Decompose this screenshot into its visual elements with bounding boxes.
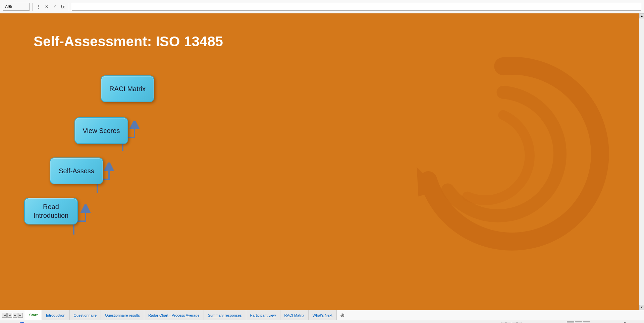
tab-participant-view-label: Participant view <box>250 313 276 317</box>
tab-nav-last[interactable]: ►| <box>18 313 23 318</box>
hscroll-left-first[interactable]: |◄ <box>501 322 506 323</box>
read-introduction-label: ReadIntroduction <box>34 202 69 220</box>
tab-summary-responses[interactable]: Summary responses <box>204 310 246 320</box>
tab-nav-first[interactable]: |◄ <box>2 313 7 318</box>
tab-introduction[interactable]: Introduction <box>42 310 69 320</box>
page-title: Self-Assessment: ISO 13485 <box>34 34 223 50</box>
self-assess-button[interactable]: Self-Assess <box>50 157 103 184</box>
scroll-up-button[interactable]: ▲ <box>639 13 644 18</box>
confirm-icon[interactable]: ✓ <box>51 3 58 10</box>
tab-start-label: Start <box>29 313 38 317</box>
excel-toolbar: A95 ⋮ ✕ ✓ fx <box>0 0 644 13</box>
cancel-icon[interactable]: ✕ <box>43 3 50 10</box>
formula-bar[interactable] <box>72 3 641 11</box>
tab-raci-matrix[interactable]: RACI Matrix <box>280 310 309 320</box>
tab-navigation: |◄ ◄ ► ►| <box>0 310 25 320</box>
add-sheet-button[interactable]: ⊕ <box>337 310 348 320</box>
tab-nav-next[interactable]: ► <box>13 313 17 318</box>
tab-radar-chart[interactable]: Radar Chart - Process Average <box>144 310 204 320</box>
tab-summary-responses-label: Summary responses <box>208 313 242 317</box>
cell-ref-value: A95 <box>5 4 12 9</box>
view-scores-button[interactable]: View Scores <box>74 117 128 144</box>
tab-whats-next[interactable]: What's Next <box>309 310 337 320</box>
sheet-tabs-bar: |◄ ◄ ► ►| Start Introduction Questionnai… <box>0 310 644 320</box>
tab-questionnaire-results-label: Questionnaire results <box>105 313 140 317</box>
main-content-area: Self-Assessment: ISO 13485 RACI Matrix <box>0 13 644 310</box>
horizontal-scroll: |◄ ◄ ► ►| <box>501 322 522 323</box>
hscroll-right-last[interactable]: ►| <box>517 322 522 323</box>
tab-start[interactable]: Start <box>25 310 42 320</box>
raci-matrix-button[interactable]: RACI Matrix <box>101 75 154 102</box>
scroll-track <box>639 18 644 305</box>
hscroll-right[interactable]: ► <box>512 322 517 323</box>
view-scores-label: View Scores <box>83 127 120 135</box>
normal-view-button[interactable]: ▦ <box>567 321 574 323</box>
tab-whats-next-label: What's Next <box>313 313 332 317</box>
raci-matrix-label: RACI Matrix <box>109 85 146 93</box>
formula-icon[interactable]: fx <box>59 3 66 10</box>
tab-nav-prev[interactable]: ◄ <box>7 313 12 318</box>
page-layout-button[interactable]: ▤ <box>575 321 582 323</box>
tab-raci-matrix-label: RACI Matrix <box>284 313 304 317</box>
read-introduction-button[interactable]: ReadIntroduction <box>24 198 78 224</box>
status-bar: Ready | ♿ Accessibility: Investigate |◄ … <box>0 320 644 323</box>
cell-reference-box[interactable]: A95 <box>3 3 30 11</box>
hscroll-left[interactable]: ◄ <box>506 322 511 323</box>
toolbar-separator-2 <box>69 3 69 11</box>
page-break-view-button[interactable]: ▥ <box>583 321 590 323</box>
tab-questionnaire-results[interactable]: Questionnaire results <box>101 310 144 320</box>
more-options-icon[interactable]: ⋮ <box>35 3 42 10</box>
tab-introduction-label: Introduction <box>46 313 65 317</box>
tab-participant-view[interactable]: Participant view <box>246 310 280 320</box>
self-assess-label: Self-Assess <box>59 167 94 175</box>
scroll-down-button[interactable]: ▼ <box>639 305 644 310</box>
tab-questionnaire-label: Questionnaire <box>74 313 97 317</box>
status-bar-right: |◄ ◄ ► ►| | ⚙ Display Settings | ▦ ▤ ▥ |… <box>501 321 641 323</box>
vertical-scrollbar[interactable]: ▲ ▼ <box>639 13 644 310</box>
watermark-graphic <box>389 40 617 268</box>
view-buttons: ▦ ▤ ▥ <box>567 321 590 323</box>
toolbar-separator-1 <box>32 3 33 11</box>
tab-radar-chart-label: Radar Chart - Process Average <box>148 313 200 317</box>
tab-questionnaire[interactable]: Questionnaire <box>70 310 101 320</box>
